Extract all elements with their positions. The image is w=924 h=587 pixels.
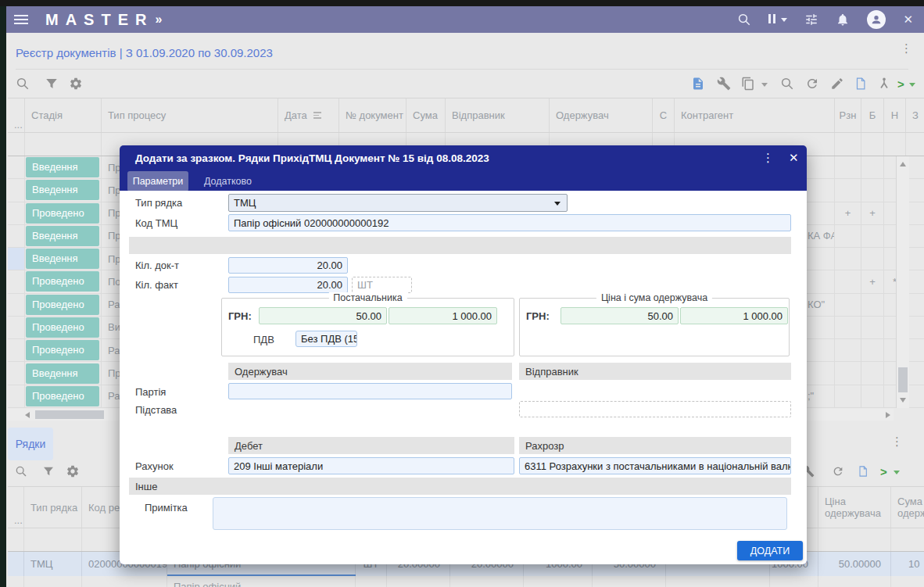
column-label: С <box>660 109 667 121</box>
rows-table-partial-row[interactable]: Папір офісний <box>8 576 924 587</box>
column-header-receiver[interactable]: Одержувач <box>550 98 653 132</box>
tab-rows[interactable]: Рядки <box>8 428 53 460</box>
column-header-sum[interactable]: Сума <box>406 98 446 132</box>
receiver-price-field[interactable]: 50.00 <box>560 307 679 324</box>
qty-doc-field[interactable]: 20.00 <box>228 257 348 274</box>
document-blue-icon[interactable] <box>691 77 705 94</box>
copy-icon[interactable] <box>741 77 755 94</box>
menu-icon[interactable] <box>14 15 28 24</box>
row-type-select[interactable]: ТМЦ <box>228 194 568 212</box>
column-header-date[interactable]: Дата <box>278 98 339 132</box>
table-settings-icon[interactable] <box>69 77 83 94</box>
cell-b <box>861 248 884 270</box>
column-label: Б <box>869 109 876 121</box>
filter-cell-n <box>884 133 906 156</box>
refresh-icon[interactable] <box>805 77 819 94</box>
rows-column-header-type[interactable]: Тип рядка <box>24 487 82 528</box>
debit-account-field[interactable]: 209 Інші матеріали <box>228 457 514 474</box>
rows-filter-cell-sum_receiver <box>891 528 924 551</box>
column-header-doc[interactable]: № документ <box>339 98 406 132</box>
column-header-process[interactable]: Тип процесу <box>102 98 278 132</box>
zoom-search-icon[interactable] <box>780 77 794 94</box>
note-textarea[interactable] <box>213 497 787 530</box>
sort-icon[interactable] <box>313 112 321 119</box>
partial-cell-price_supplier <box>593 576 666 587</box>
scroll-left-icon[interactable] <box>25 412 30 418</box>
scroll-up-icon[interactable] <box>900 162 906 166</box>
rows-cell-sum_receiver: 10 <box>891 552 924 576</box>
new-document-icon[interactable] <box>854 77 868 94</box>
rows-column-header-sum_receiver[interactable]: Сума одерж <box>891 487 924 528</box>
rows-search-icon[interactable] <box>15 465 27 481</box>
tune-icon[interactable] <box>804 13 818 27</box>
vat-field[interactable]: Без ПДВ (15) <box>295 331 357 347</box>
dialog-menu-dots-icon[interactable]: ⋮ <box>762 151 774 165</box>
tab-parameters[interactable]: Параметри <box>127 171 188 191</box>
rows-column-header-price_receiver[interactable]: Ціна одержувача <box>818 487 891 528</box>
qty-fact-field[interactable]: 20.00 <box>228 277 348 293</box>
qty-fact-label: Кіл. факт <box>135 279 178 291</box>
cell-sel <box>8 248 25 270</box>
vertical-scroll-thumb[interactable] <box>898 367 908 392</box>
column-header-counterparty[interactable]: Контрагент <box>675 98 835 132</box>
rows-new-document-icon[interactable] <box>857 465 869 481</box>
edit-icon[interactable] <box>830 77 844 94</box>
column-header-sel[interactable]: ... <box>8 98 25 132</box>
vertical-scrollbar[interactable] <box>896 156 909 408</box>
bell-icon[interactable] <box>836 13 850 27</box>
wrench-icon[interactable] <box>717 77 731 94</box>
column-label: Рзн <box>840 109 857 121</box>
column-label: Контрагент <box>681 109 733 121</box>
search-icon[interactable] <box>737 13 751 27</box>
receiver-sum-field[interactable]: 1 000.00 <box>680 307 788 324</box>
rows-expand-chevron-icon[interactable]: > <box>880 465 887 478</box>
cell-b <box>861 362 884 385</box>
table-filter-icon[interactable] <box>45 77 59 94</box>
horizontal-scroll-thumb[interactable] <box>35 410 104 419</box>
left-edge-strip <box>0 6 6 587</box>
column-header-z[interactable]: З <box>906 98 924 132</box>
rows-filter-icon[interactable] <box>42 465 55 481</box>
column-header-rzn[interactable]: Рзн <box>835 98 861 132</box>
account-label: Рахунок <box>135 460 174 472</box>
column-header-stage[interactable]: Стадія <box>25 98 102 132</box>
batch-field[interactable] <box>228 383 512 399</box>
user-avatar[interactable] <box>867 10 886 29</box>
receiver-section-bar: Одержувач <box>228 363 512 380</box>
page-menu-dots-icon[interactable]: ⋮ <box>901 46 912 51</box>
rows-column-header-sel[interactable]: ... <box>8 487 24 528</box>
rows-menu-dots-icon[interactable]: ⋮ <box>891 439 903 444</box>
scroll-right-icon[interactable] <box>886 412 890 418</box>
column-header-b[interactable]: Б <box>861 98 884 132</box>
supplier-price-field[interactable]: 50.00 <box>259 307 387 324</box>
copy-dropdown-icon[interactable] <box>761 83 768 87</box>
partial-cell-qty_fact <box>450 576 524 587</box>
supplier-sum-field[interactable]: 1 000.00 <box>389 307 497 324</box>
column-label: Тип рядка <box>30 502 77 514</box>
filter-cell-b <box>861 133 884 156</box>
expand-chevron-icon[interactable]: > <box>897 77 904 91</box>
rows-expand-dropdown-icon[interactable] <box>894 471 900 474</box>
table-search-icon[interactable] <box>16 77 30 94</box>
pause-dropdown-icon[interactable] <box>768 13 787 27</box>
column-header-s[interactable]: С <box>653 98 675 132</box>
rows-settings-icon[interactable] <box>66 464 80 481</box>
process-tree-icon[interactable] <box>877 77 891 94</box>
column-header-sender[interactable]: Відправник <box>446 98 550 132</box>
column-label: Дата <box>285 109 307 121</box>
column-label: Сума <box>413 109 438 121</box>
add-button[interactable]: ДОДАТИ <box>737 541 803 560</box>
close-icon[interactable]: ✕ <box>903 13 913 27</box>
settle-account-field[interactable]: 6311 Розрахунки з постачальниками в наці… <box>519 457 791 474</box>
scroll-down-icon[interactable] <box>900 398 906 403</box>
expand-dropdown-icon[interactable] <box>909 83 915 87</box>
tab-additional[interactable]: Додатково <box>204 176 252 187</box>
cell-b <box>861 156 884 179</box>
rows-refresh-icon[interactable] <box>832 465 844 481</box>
cell-rzn <box>835 270 861 293</box>
dialog-close-icon[interactable]: ✕ <box>789 151 799 165</box>
column-header-n[interactable]: Н <box>884 98 906 132</box>
main-table-header: ...СтадіяТип процесуДата№ документСумаВі… <box>8 98 924 133</box>
tmc-code-field[interactable]: Папір офісний 020000000000192 <box>228 214 791 231</box>
cell-sel <box>8 225 25 248</box>
